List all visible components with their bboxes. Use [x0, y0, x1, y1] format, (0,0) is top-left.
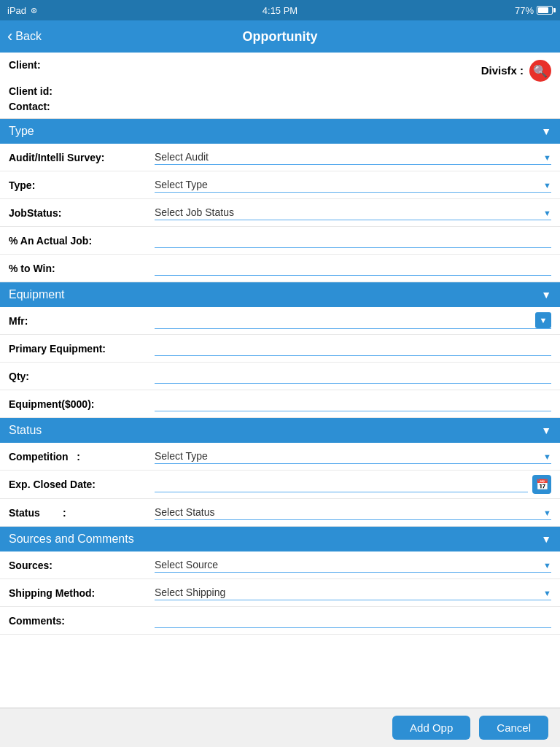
comments-input[interactable] [155, 613, 551, 628]
type-row: Type: Select Type [0, 171, 560, 199]
qty-row: Qty: [0, 363, 560, 390]
type-chevron-icon: ▼ [541, 125, 551, 137]
type-select-wrapper[interactable]: Select Type [155, 177, 551, 193]
audit-row: Audit/Intelli Survey: Select Audit [0, 144, 560, 171]
qty-input[interactable] [155, 368, 551, 384]
mfr-dropdown[interactable]: ▼ [155, 312, 551, 329]
equipment-cost-label: Equipment($000): [9, 398, 155, 410]
primary-equipment-row: Primary Equipment: [0, 335, 560, 363]
audit-label: Audit/Intelli Survey: [9, 152, 155, 163]
type-section: Type ▼ Audit/Intelli Survey: Select Audi… [0, 119, 560, 282]
status-time: 4:15 PM [262, 5, 298, 16]
jobstatus-select[interactable]: Select Job Status [155, 205, 551, 220]
actual-job-row: % An Actual Job: [0, 227, 560, 255]
status-section-header[interactable]: Status ▼ [0, 418, 560, 443]
audit-select-wrapper[interactable]: Select Audit [155, 150, 551, 165]
wifi-icon: ⊛ [31, 6, 37, 15]
sources-select[interactable]: Select Source [155, 557, 551, 573]
jobstatus-select-wrapper[interactable]: Select Job Status [155, 205, 551, 220]
win-row: % to Win: [0, 255, 560, 282]
battery-fill [538, 7, 548, 13]
status-chevron-icon: ▼ [541, 425, 551, 436]
spacer-row [280, 85, 551, 97]
type-section-header[interactable]: Type ▼ [0, 119, 560, 144]
jobstatus-value: Select Job Status [155, 205, 551, 220]
back-button[interactable]: Back [7, 27, 42, 46]
comments-row: Comments: [0, 607, 560, 635]
actual-job-label: % An Actual Job: [9, 235, 155, 247]
audit-value: Select Audit [155, 150, 551, 165]
primary-equipment-input[interactable] [155, 341, 551, 356]
mfr-value: ▼ [155, 312, 551, 329]
actual-job-input[interactable] [155, 233, 551, 248]
status-field-label: Status : [9, 507, 155, 519]
status-select[interactable]: Select Status [155, 505, 551, 520]
mfr-dropdown-text [155, 319, 535, 322]
exp-closed-label: Exp. Closed Date: [9, 479, 155, 490]
shipping-value: Select Shipping [155, 585, 551, 600]
competition-row: Competition : Select Type [0, 443, 560, 471]
type-label: Type: [9, 179, 155, 191]
page-title: Opportunity [243, 29, 318, 44]
win-value [155, 260, 551, 276]
sources-chevron-icon: ▼ [541, 533, 551, 545]
competition-label: Competition : [9, 451, 155, 462]
cancel-button[interactable]: Cancel [479, 716, 548, 740]
competition-select[interactable]: Select Type [155, 449, 551, 464]
exp-closed-input[interactable] [155, 477, 528, 492]
sources-label: Sources: [9, 560, 155, 571]
primary-equipment-label: Primary Equipment: [9, 343, 155, 355]
add-opp-button[interactable]: Add Opp [392, 716, 470, 740]
status-left: iPad ⊛ [7, 5, 37, 16]
shipping-label: Shipping Method: [9, 587, 155, 599]
equipment-cost-value [155, 396, 551, 411]
sources-row: Sources: Select Source [0, 551, 560, 579]
win-input[interactable] [155, 260, 551, 276]
calendar-icon[interactable]: 📅 [532, 475, 551, 494]
qty-label: Qty: [9, 371, 155, 382]
client-info-section: Client: Divisfx : 🔍 Client id: Contact: [0, 53, 560, 119]
shipping-select[interactable]: Select Shipping [155, 585, 551, 600]
carrier-label: iPad [7, 5, 26, 16]
equipment-section-header[interactable]: Equipment ▼ [0, 282, 560, 307]
status-right: 77% [515, 5, 553, 16]
search-button[interactable]: 🔍 [529, 60, 551, 82]
main-content: Client: Divisfx : 🔍 Client id: Contact: … [0, 53, 560, 678]
client-label: Client: [9, 59, 41, 71]
primary-equipment-value [155, 341, 551, 356]
sources-section-header[interactable]: Sources and Comments ▼ [0, 527, 560, 551]
status-select-wrapper[interactable]: Select Status [155, 505, 551, 520]
equipment-cost-row: Equipment($000): [0, 390, 560, 418]
mfr-dropdown-arrow-icon[interactable]: ▼ [535, 312, 551, 328]
win-label: % to Win: [9, 263, 155, 274]
client-row: Client: [9, 58, 280, 82]
jobstatus-row: JobStatus: Select Job Status [0, 199, 560, 227]
status-bar: iPad ⊛ 4:15 PM 77% [0, 0, 560, 20]
actual-job-value [155, 233, 551, 248]
sources-select-wrapper[interactable]: Select Source [155, 557, 551, 573]
back-label: Back [15, 30, 42, 43]
type-header-label: Type [9, 125, 34, 138]
comments-value [155, 613, 551, 628]
exp-closed-value: 📅 [155, 475, 551, 494]
mfr-label: Mfr: [9, 315, 155, 327]
type-value: Select Type [155, 177, 551, 193]
contact-label: Contact: [9, 101, 50, 112]
equipment-chevron-icon: ▼ [541, 289, 551, 301]
exp-closed-row: Exp. Closed Date: 📅 [0, 471, 560, 499]
clientid-label: Client id: [9, 85, 52, 97]
status-header-label: Status [9, 424, 42, 437]
sources-header-label: Sources and Comments [9, 533, 134, 546]
shipping-row: Shipping Method: Select Shipping [0, 579, 560, 607]
type-select[interactable]: Select Type [155, 177, 551, 193]
battery-icon [537, 6, 553, 15]
status-field-value: Select Status [155, 505, 551, 520]
audit-select[interactable]: Select Audit [155, 150, 551, 165]
equipment-cost-input[interactable] [155, 396, 551, 411]
jobstatus-label: JobStatus: [9, 207, 155, 219]
competition-select-wrapper[interactable]: Select Type [155, 449, 551, 464]
contact-row: Contact: [9, 100, 280, 112]
shipping-select-wrapper[interactable]: Select Shipping [155, 585, 551, 600]
qty-value [155, 368, 551, 384]
equipment-section: Equipment ▼ Mfr: ▼ Primary Equipment: Qt… [0, 282, 560, 418]
